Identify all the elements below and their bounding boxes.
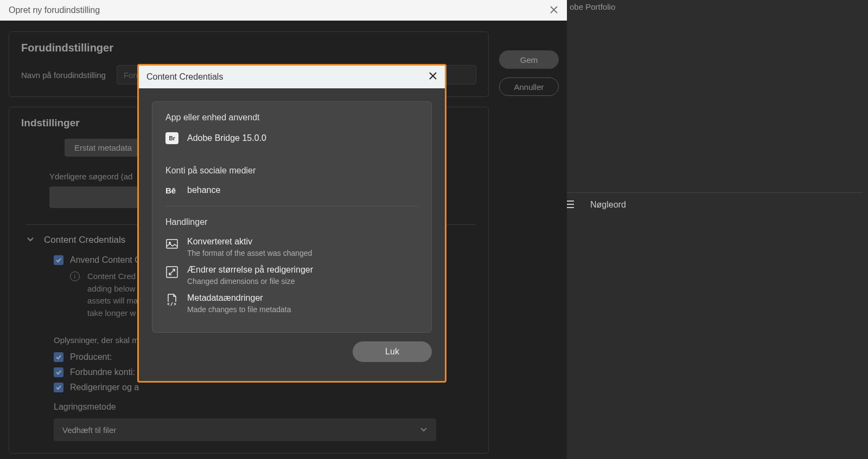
app-background-panel bbox=[566, 0, 868, 459]
image-icon bbox=[165, 238, 178, 250]
svg-rect-0 bbox=[167, 240, 177, 248]
action-metadata: Metadataændringer Made changes to file m… bbox=[165, 293, 418, 314]
app-name: Adobe Bridge 15.0.0 bbox=[187, 133, 266, 143]
action-desc: Made changes to file metadata bbox=[187, 305, 291, 314]
action-resize: Ændrer størrelse på redigeringer Changed… bbox=[165, 265, 418, 286]
action-desc: The format of the asset was changed bbox=[187, 249, 312, 257]
dialog-title: Opret ny forudindstilling bbox=[9, 5, 100, 15]
actions-heading: Handlinger bbox=[165, 217, 418, 227]
bridge-app-icon: Br bbox=[165, 132, 178, 144]
dialog-titlebar: Opret ny forudindstilling bbox=[0, 0, 567, 21]
resize-icon bbox=[165, 266, 178, 278]
bg-portfolio-label: obe Portfolio bbox=[570, 2, 615, 11]
social-account-name: behance bbox=[187, 185, 220, 195]
behance-icon: Bē bbox=[165, 186, 178, 195]
modal-title: Content Credentials bbox=[146, 72, 223, 82]
close-button[interactable]: Luk bbox=[353, 341, 432, 362]
social-accounts-heading: Konti på sociale medier bbox=[165, 166, 418, 176]
action-converted: Konverteret aktiv The format of the asse… bbox=[165, 237, 418, 257]
action-title: Metadataændringer bbox=[187, 293, 291, 303]
modal-titlebar: Content Credentials bbox=[139, 66, 445, 88]
file-code-icon bbox=[165, 294, 178, 306]
action-title: Konverteret aktiv bbox=[187, 237, 312, 247]
keywords-panel-header: Nøgleord bbox=[564, 192, 863, 214]
action-title: Ændrer størrelse på redigeringer bbox=[187, 265, 313, 275]
close-icon[interactable] bbox=[429, 72, 437, 83]
action-desc: Changed dimensions or file size bbox=[187, 277, 313, 286]
keywords-label: Nøgleord bbox=[590, 200, 626, 210]
app-used-heading: App eller enhed anvendt bbox=[165, 113, 418, 122]
close-icon[interactable] bbox=[550, 4, 558, 17]
content-credentials-modal: Content Credentials App eller enhed anve… bbox=[137, 64, 446, 383]
credentials-panel: App eller enhed anvendt Br Adobe Bridge … bbox=[152, 101, 432, 333]
